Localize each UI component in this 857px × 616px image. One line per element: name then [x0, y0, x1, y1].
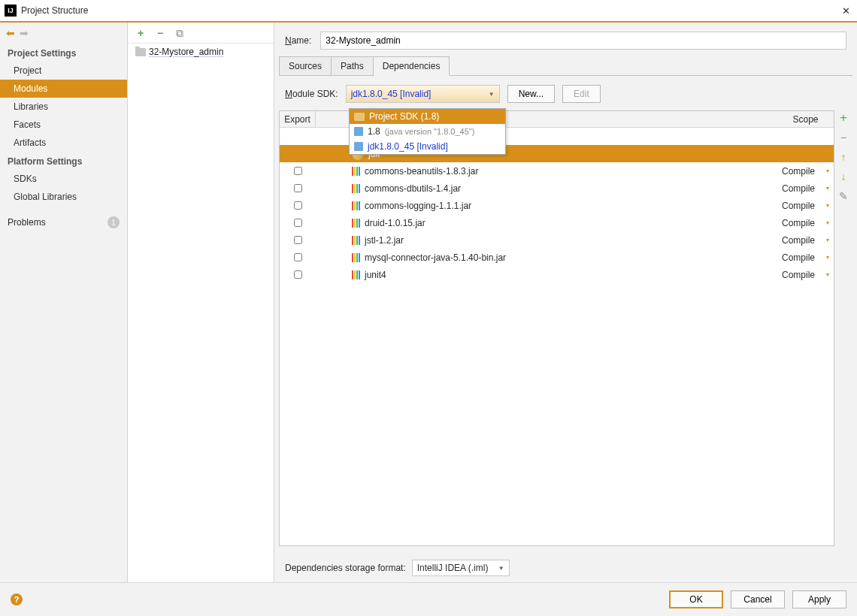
scope-value: Compile	[782, 166, 815, 177]
sidebar-section-head: Platform Settings	[0, 152, 127, 170]
name-label: Name:	[285, 35, 311, 46]
scope-header[interactable]: Scope	[777, 114, 834, 125]
module-tree-label: 32-Mystore_admin	[149, 47, 223, 57]
export-checkbox[interactable]	[294, 167, 302, 175]
sidebar-item-project[interactable]: Project	[0, 62, 127, 80]
dep-row[interactable]: mysql-connector-java-5.1.40-bin.jarCompi…	[280, 249, 834, 266]
chevron-down-icon[interactable]: ▾	[826, 254, 829, 261]
dep-row[interactable]: commons-dbutils-1.4.jarCompile▾	[280, 180, 834, 197]
copy-icon[interactable]: ⧉	[174, 28, 185, 38]
chevron-down-icon: ▼	[489, 91, 495, 98]
library-icon	[352, 219, 360, 228]
library-icon	[352, 236, 360, 245]
sdk-option-label: Project SDK (1.8)	[369, 111, 439, 122]
window-title: Project Structure	[21, 5, 839, 16]
remove-icon[interactable]: −	[155, 28, 165, 38]
storage-label: Dependencies storage format:	[285, 563, 406, 573]
ok-button[interactable]: OK	[669, 590, 723, 608]
remove-dep-icon[interactable]: −	[837, 131, 849, 143]
sdk-option[interactable]: 1.8 (java version "1.8.0_45")	[350, 124, 505, 139]
chevron-down-icon[interactable]: ▾	[826, 219, 829, 226]
export-checkbox[interactable]	[294, 184, 302, 192]
help-icon[interactable]: ?	[11, 593, 23, 605]
dialog-footer: ? OK Cancel Apply	[0, 582, 857, 616]
dep-row[interactable]: commons-logging-1.1.1.jarCompile▾	[280, 197, 834, 214]
move-up-icon[interactable]: ↑	[837, 151, 849, 163]
sdk-icon	[354, 127, 363, 136]
dependencies-table: Export Scope <Mjdkcommons-beanutils-1.8.…	[279, 110, 834, 546]
dep-row[interactable]: junit4Compile▾	[280, 266, 834, 283]
tree-toolbar: + − ⧉	[128, 23, 274, 44]
titlebar: IJ Project Structure ✕	[0, 0, 857, 23]
module-sdk-select[interactable]: jdk1.8.0_45 [Invalid] ▼	[346, 85, 500, 103]
app-icon: IJ	[5, 5, 17, 17]
dep-label: commons-beanutils-1.8.3.jar	[365, 166, 478, 177]
sidebar-problems[interactable]: Problems 1	[0, 212, 127, 233]
dep-row[interactable]: jstl-1.2.jarCompile▾	[280, 231, 834, 249]
module-tree-item[interactable]: 32-Mystore_admin	[128, 44, 274, 60]
export-checkbox[interactable]	[294, 201, 302, 210]
sdk-option[interactable]: jdk1.8.0_45 [Invalid]	[350, 139, 505, 154]
tab-sources[interactable]: Sources	[279, 56, 332, 76]
chevron-down-icon[interactable]: ▾	[826, 168, 829, 174]
sidebar-section-head: Project Settings	[0, 44, 127, 62]
folder-icon	[135, 48, 146, 56]
library-icon	[352, 184, 360, 193]
sidebar-item-libraries[interactable]: Libraries	[0, 98, 127, 116]
add-icon[interactable]: +	[135, 28, 146, 38]
chevron-down-icon[interactable]: ▾	[826, 185, 829, 192]
tab-paths[interactable]: Paths	[332, 56, 374, 76]
dep-row[interactable]: druid-1.0.15.jarCompile▾	[280, 214, 834, 231]
sidebar-item-facets[interactable]: Facets	[0, 116, 127, 134]
dep-row[interactable]: commons-beanutils-1.8.3.jarCompile▾	[280, 162, 834, 180]
sdk-option-label: jdk1.8.0_45 [Invalid]	[368, 141, 448, 152]
export-checkbox[interactable]	[294, 270, 302, 279]
scope-value: Compile	[782, 235, 815, 246]
sidebar-item-modules[interactable]: Modules	[0, 80, 127, 98]
module-sdk-label: Module SDK:	[285, 89, 338, 99]
module-name-input[interactable]	[320, 32, 846, 50]
edit-dep-icon[interactable]: ✎	[837, 190, 849, 202]
apply-button[interactable]: Apply	[792, 590, 846, 608]
problems-count-badge: 1	[108, 216, 120, 228]
sidebar-item-sdks[interactable]: SDKs	[0, 170, 127, 188]
new-sdk-button[interactable]: New...	[507, 85, 555, 103]
scope-value: Compile	[782, 201, 815, 211]
sidebar-item-artifacts[interactable]: Artifacts	[0, 134, 127, 152]
sidebar-item-global-libraries[interactable]: Global Libraries	[0, 188, 127, 206]
back-arrow-icon[interactable]: ⬅	[6, 27, 15, 39]
sdk-icon	[354, 113, 365, 121]
chevron-down-icon[interactable]: ▾	[826, 271, 829, 278]
sdk-option-label: 1.8	[368, 126, 380, 137]
dep-label: mysql-connector-java-5.1.40-bin.jar	[365, 252, 506, 263]
dep-label: junit4	[365, 270, 386, 280]
library-icon	[352, 167, 360, 176]
nav-arrows: ⬅ ➡	[0, 23, 127, 44]
export-checkbox[interactable]	[294, 253, 302, 261]
tab-dependencies[interactable]: Dependencies	[374, 56, 450, 76]
add-dep-icon[interactable]: +	[837, 112, 849, 124]
dep-label: druid-1.0.15.jar	[365, 218, 425, 228]
move-down-icon[interactable]: ↓	[837, 171, 849, 183]
scope-value: Compile	[782, 183, 815, 194]
sdk-option[interactable]: Project SDK (1.8)	[350, 109, 505, 124]
storage-format-select[interactable]: IntelliJ IDEA (.iml) ▼	[412, 560, 510, 576]
chevron-down-icon[interactable]: ▾	[826, 202, 829, 209]
module-tree-pane: + − ⧉ 32-Mystore_admin	[128, 23, 274, 582]
forward-arrow-icon[interactable]: ➡	[20, 27, 29, 39]
scope-value: Compile	[782, 270, 815, 280]
scope-value: Compile	[782, 252, 815, 263]
sidebar: ⬅ ➡ Project SettingsProjectModulesLibrar…	[0, 23, 128, 582]
dep-label: commons-logging-1.1.1.jar	[365, 201, 471, 211]
library-icon	[352, 201, 360, 210]
export-checkbox[interactable]	[294, 219, 302, 227]
library-icon	[352, 270, 360, 279]
chevron-down-icon: ▼	[498, 565, 504, 572]
chevron-down-icon[interactable]: ▾	[826, 237, 829, 243]
dep-label: jstl-1.2.jar	[365, 235, 404, 246]
close-icon[interactable]: ✕	[839, 4, 852, 17]
cancel-button[interactable]: Cancel	[731, 590, 785, 608]
export-checkbox[interactable]	[294, 236, 302, 244]
export-header[interactable]: Export	[280, 111, 316, 127]
problems-label: Problems	[8, 217, 46, 228]
